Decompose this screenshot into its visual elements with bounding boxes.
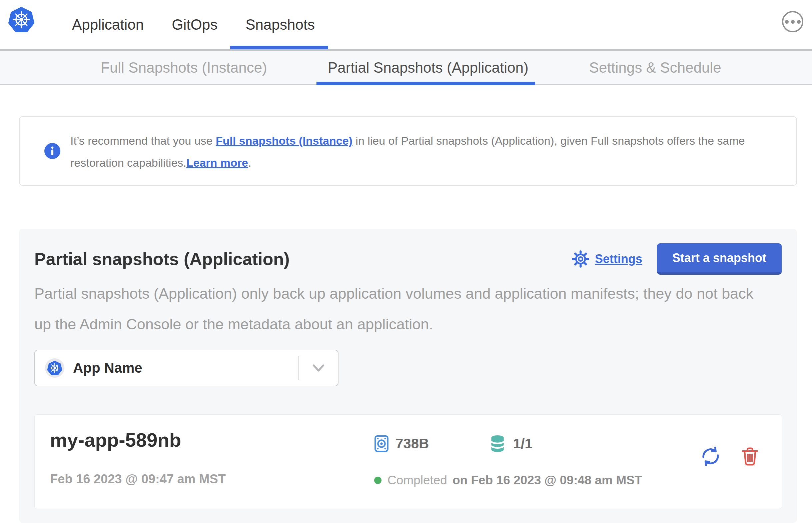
green-dot-icon (374, 477, 381, 484)
learn-more-link[interactable]: Learn more (186, 156, 248, 169)
snapshot-status: Completed (388, 473, 447, 487)
tab-partial-snapshots-application[interactable]: Partial Snapshots (Application) (328, 51, 528, 84)
snapshot-volumes-metric: 1/1 (489, 435, 532, 453)
ellipsis-dot (785, 20, 789, 24)
nav-item-snapshots[interactable]: Snapshots (245, 0, 315, 49)
restore-icon (700, 446, 721, 467)
snapshots-subnav: Full Snapshots (Instance) Partial Snapsh… (0, 49, 812, 85)
gear-icon (571, 250, 590, 268)
banner-text: It’s recommend that you use Full snapsho… (70, 130, 760, 174)
snapshot-row: my-app-589nb Feb 16 2023 @ 09:47 am MST … (34, 414, 782, 509)
page-title: Partial snapshots (Application) (34, 249, 290, 269)
kubernetes-app-icon (45, 358, 64, 378)
top-nav-items: Application GitOps Snapshots (72, 0, 315, 49)
panel-actions: Settings Start a snapshot (571, 243, 782, 275)
more-menu-button[interactable] (782, 11, 803, 32)
ellipsis-dot (797, 20, 801, 24)
top-nav: Application GitOps Snapshots (0, 0, 812, 49)
ellipsis-dot (791, 20, 795, 24)
tab-full-snapshots-instance[interactable]: Full Snapshots (Instance) (101, 51, 267, 84)
full-snapshots-instance-link[interactable]: Full snapshots (Instance) (216, 134, 352, 147)
snapshot-size-metric: 738B (374, 435, 429, 453)
trash-icon (740, 446, 760, 466)
tab-settings-schedule[interactable]: Settings & Schedule (589, 51, 721, 84)
snapshot-volumes: 1/1 (513, 436, 532, 452)
snapshot-status-row: Completed on Feb 16 2023 @ 09:48 am MST (374, 473, 642, 487)
snapshot-metrics: 738B 1/1 (374, 435, 533, 453)
kubernetes-logo-icon (8, 6, 35, 33)
info-icon (44, 143, 60, 159)
panel-header: Partial snapshots (Application) (34, 242, 782, 276)
snapshot-size: 738B (395, 436, 429, 452)
database-icon (489, 435, 506, 453)
banner-text-end: . (248, 156, 251, 169)
snapshot-started-date: Feb 16 2023 @ 09:47 am MST (50, 472, 226, 486)
chevron-down-icon (299, 364, 338, 372)
disk-icon (374, 435, 389, 453)
banner-text-start: It’s recommend that you use (70, 134, 216, 147)
info-banner: It’s recommend that you use Full snapsho… (19, 116, 797, 186)
partial-snapshots-panel: Partial snapshots (Application) (19, 229, 797, 522)
start-snapshot-button[interactable]: Start a snapshot (657, 243, 782, 275)
app-selector[interactable]: App Name (34, 350, 338, 386)
snapshot-finished-date: on Feb 16 2023 @ 09:48 am MST (452, 473, 642, 487)
snapshot-actions (700, 446, 760, 467)
delete-snapshot-button[interactable] (740, 446, 760, 466)
snapshot-name: my-app-589nb (50, 429, 181, 451)
restore-snapshot-button[interactable] (700, 446, 721, 467)
settings-link-label: Settings (595, 252, 642, 266)
app-selector-value: App Name (73, 360, 142, 376)
nav-item-application[interactable]: Application (72, 0, 144, 49)
snapshots-page: Application GitOps Snapshots Full Snapsh… (0, 0, 812, 530)
snapshot-settings-link[interactable]: Settings (571, 250, 642, 268)
nav-item-gitops[interactable]: GitOps (172, 0, 217, 49)
panel-description: Partial snapshots (Application) only bac… (34, 278, 773, 340)
